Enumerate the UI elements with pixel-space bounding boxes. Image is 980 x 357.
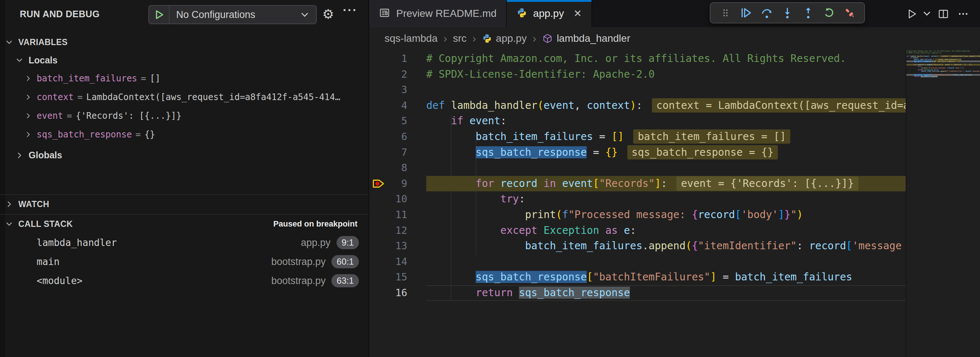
code-token: event (469, 115, 500, 127)
code-lines[interactable]: # Copyright Amazon.com, Inc. or its affi… (426, 51, 906, 301)
breadcrumb-item-symbol[interactable]: lambda_handler (542, 33, 630, 45)
disconnect-icon[interactable] (842, 5, 858, 21)
run-icon[interactable] (905, 6, 919, 22)
variable-value: {} (145, 129, 155, 140)
line-number[interactable]: 10 (383, 191, 407, 207)
code-token: } (784, 209, 791, 221)
line-number[interactable]: 12 (383, 223, 407, 239)
line-number[interactable]: 4 (383, 98, 407, 114)
code-line[interactable]: except Exception as e: (426, 223, 906, 239)
minimap[interactable]: # Copyright Amazon.com, Inc. or its affi… (906, 50, 980, 357)
tab-app-py[interactable]: app.py ✕ (507, 0, 592, 27)
breadcrumb-item[interactable]: sqs-lambda (385, 33, 438, 45)
code-token: batch_item_failures (525, 240, 642, 252)
more-actions-icon[interactable] (955, 6, 971, 22)
code-token: context (587, 99, 630, 112)
code-token: 'body' (741, 209, 778, 221)
restart-icon[interactable] (821, 5, 837, 21)
line-number[interactable]: 3 (383, 82, 407, 98)
code-line-current[interactable]: for record in event["Records"]:event = {… (426, 176, 906, 192)
chevron-down-icon[interactable] (922, 8, 932, 19)
frame-location: bootstrap.py60:1 (271, 255, 359, 268)
split-editor-icon[interactable] (935, 6, 952, 22)
step-out-icon[interactable] (800, 5, 816, 21)
variable-row[interactable]: sqs_batch_response={} (0, 125, 368, 144)
code-token: . (642, 240, 649, 252)
code-line[interactable]: if event: (426, 113, 906, 129)
code-line[interactable]: sqs_batch_response["batchItemFailures"] … (426, 269, 906, 285)
locals-scope[interactable]: Locals (0, 51, 368, 69)
tab-preview-readme[interactable]: Preview README.md (369, 0, 507, 27)
line-number[interactable]: 7 (383, 145, 407, 161)
line-number[interactable]: 1 (383, 51, 407, 67)
code-token: as (599, 224, 624, 236)
gear-icon[interactable]: ⚙ (322, 6, 334, 23)
inline-debug-value: context = LambdaContext([aws_request_id=… (652, 98, 906, 113)
code-token: [ (587, 271, 593, 283)
continue-icon[interactable] (738, 5, 754, 21)
breadcrumb-item[interactable]: src (453, 33, 466, 45)
frame-file: bootstrap.py (271, 275, 326, 287)
step-into-icon[interactable] (779, 5, 795, 21)
line-number[interactable]: 14 (383, 254, 407, 270)
line-number[interactable]: 15 (383, 269, 407, 285)
code-token (426, 240, 525, 252)
panel-title: RUN AND DEBUG (20, 9, 100, 19)
variable-row[interactable]: context=LambdaContext([aws_request_id=a8… (0, 88, 368, 106)
code-line[interactable] (426, 82, 906, 98)
code-token: if (451, 115, 469, 127)
code-line[interactable]: def lambda_handler(event, context):conte… (426, 98, 906, 114)
globals-scope[interactable]: Globals (0, 146, 368, 164)
code-token: record (500, 177, 537, 190)
line-number[interactable]: 16 (383, 285, 407, 301)
code-line[interactable]: batch_item_failures = []batch_item_failu… (426, 129, 906, 145)
breadcrumb-item[interactable]: app.py (482, 33, 527, 45)
call-stack-frame[interactable]: mainbootstrap.py60:1 (0, 252, 368, 271)
code-token: = (593, 131, 612, 143)
code-line[interactable]: return sqs_batch_response (426, 285, 906, 301)
line-number[interactable]: 9 (383, 176, 407, 192)
gripper-icon[interactable] (718, 5, 733, 21)
start-debug-icon[interactable] (149, 6, 170, 24)
line-number[interactable]: 5 (383, 113, 407, 129)
code-token: [] (612, 131, 624, 143)
code-line[interactable]: # SPDX-License-Identifier: Apache-2.0 (426, 67, 906, 83)
code-line[interactable]: # Copyright Amazon.com, Inc. or its affi… (426, 51, 906, 67)
debug-config-dropdown[interactable]: No Configurations (148, 5, 317, 24)
inline-debug-value: sqs_batch_response = {} (627, 145, 778, 159)
variable-value: {'Records': [{...}]} (76, 111, 181, 121)
code-line[interactable]: batch_item_failures.append({"itemIdentif… (426, 238, 906, 254)
variables-section-header[interactable]: VARIABLES (0, 34, 368, 51)
more-actions-icon[interactable]: ··· (343, 3, 358, 17)
symbol-method-icon (542, 33, 553, 44)
watch-section-header[interactable]: WATCH (0, 195, 368, 213)
breadcrumb: sqs-lambda › src › app.py › lambda_handl… (369, 27, 980, 50)
close-icon[interactable]: ✕ (573, 8, 582, 19)
chevron-collapsed-icon (24, 131, 33, 138)
code-line[interactable]: try: (426, 191, 906, 207)
code-token: record (809, 240, 846, 252)
chevron-collapsed-icon (24, 112, 33, 120)
code-line[interactable]: print(f"Processed message: {record['body… (426, 207, 906, 223)
step-over-icon[interactable] (759, 5, 775, 21)
line-numbers[interactable]: 12345678910111213141516 (383, 51, 407, 301)
variable-equals: = (141, 73, 146, 84)
code-line[interactable] (426, 254, 906, 270)
frame-name: <module> (37, 275, 83, 286)
variable-row[interactable]: batch_item_failures=[] (0, 69, 368, 88)
call-stack-frame[interactable]: lambda_handlerapp.py9:1 (0, 233, 368, 252)
line-number[interactable]: 2 (383, 67, 407, 83)
code-line[interactable]: sqs_batch_response = {}sqs_batch_respons… (426, 145, 906, 161)
line-number[interactable]: 11 (383, 207, 407, 223)
line-number[interactable]: 8 (383, 160, 407, 176)
editor-group: Preview README.md app.py ✕ sqs-lambda › … (369, 0, 980, 357)
variable-row[interactable]: event={'Records': [{...}]} (0, 106, 368, 125)
code-editor[interactable]: 12345678910111213141516 # Copyright Amaz… (369, 50, 980, 357)
line-number[interactable]: 6 (383, 129, 407, 145)
call-stack-frame[interactable]: <module>bootstrap.py63:1 (0, 271, 368, 290)
call-stack-section-header[interactable]: CALL STACK Paused on breakpoint (0, 215, 368, 233)
code-line[interactable] (426, 160, 906, 176)
frame-location: app.py9:1 (301, 236, 359, 249)
chevron-expanded-icon (15, 56, 24, 64)
line-number[interactable]: 13 (383, 238, 407, 254)
